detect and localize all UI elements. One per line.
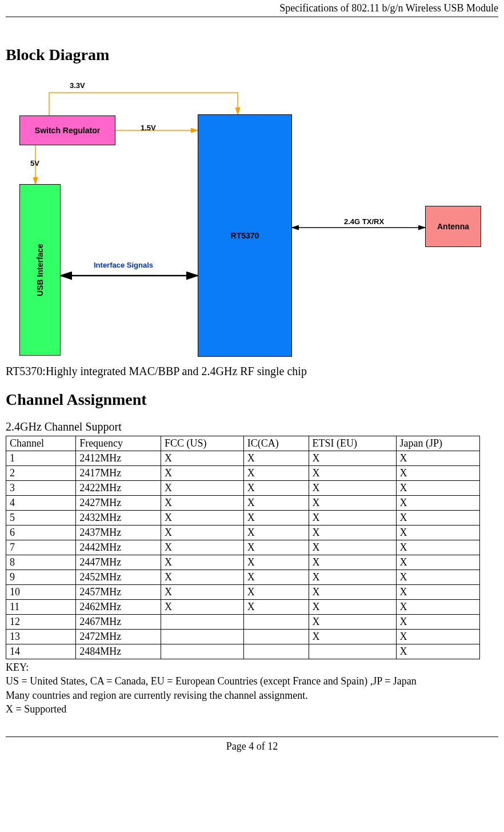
table-cell: 4 — [6, 496, 76, 511]
table-cell: 2432MHz — [76, 511, 161, 526]
col-fcc: FCC (US) — [161, 436, 244, 451]
table-cell: X — [309, 540, 396, 555]
table-cell: 8 — [6, 555, 76, 570]
col-channel: Channel — [6, 436, 76, 451]
table-cell: X — [396, 630, 479, 644]
table-cell: X — [243, 570, 309, 585]
table-cell: 2457MHz — [76, 585, 161, 600]
table-cell — [161, 615, 244, 630]
switch-regulator-box: Switch Regulator — [19, 116, 115, 145]
label-txrx: 2.4G TX/RX — [344, 217, 384, 226]
table-row: 32422MHzXXXX — [6, 481, 480, 496]
table-cell: X — [396, 555, 479, 570]
table-row: 52432MHzXXXX — [6, 511, 480, 526]
table-cell: X — [161, 526, 244, 540]
table-cell: 2472MHz — [76, 630, 161, 644]
table-cell: X — [396, 570, 479, 585]
table-cell — [243, 630, 309, 644]
table-cell: X — [161, 555, 244, 570]
table-cell — [309, 644, 396, 659]
table-cell: X — [396, 600, 479, 615]
table-cell: 2442MHz — [76, 540, 161, 555]
switch-regulator-label: Switch Regulator — [35, 126, 100, 135]
table-row: 82447MHzXXXX — [6, 555, 480, 570]
table-cell: 2 — [6, 466, 76, 481]
table-row: 102457MHzXXXX — [6, 585, 480, 600]
table-row: 62437MHzXXXX — [6, 526, 480, 540]
table-cell: X — [243, 600, 309, 615]
rt5370-box: RT5370 — [198, 114, 292, 357]
table-row: 122467MHzXX — [6, 615, 480, 630]
table-cell: X — [243, 451, 309, 466]
table-cell: X — [309, 496, 396, 511]
col-frequency: Frequency — [76, 436, 161, 451]
table-cell: X — [309, 570, 396, 585]
label-interface-signals: Interface Signals — [94, 261, 153, 269]
table-cell: X — [161, 496, 244, 511]
block-diagram: Switch Regulator USB Interface RT5370 An… — [9, 81, 483, 361]
table-cell: X — [243, 540, 309, 555]
table-cell: X — [396, 585, 479, 600]
table-cell — [161, 630, 244, 644]
table-cell: 2417MHz — [76, 466, 161, 481]
table-cell: 2412MHz — [76, 451, 161, 466]
table-cell: X — [309, 481, 396, 496]
table-cell: X — [396, 481, 479, 496]
table-cell: X — [309, 630, 396, 644]
table-cell: X — [396, 526, 479, 540]
table-cell: 2452MHz — [76, 570, 161, 585]
table-cell: X — [161, 481, 244, 496]
table-cell — [243, 615, 309, 630]
table-cell: 3 — [6, 481, 76, 496]
table-cell: 2447MHz — [76, 555, 161, 570]
channel-table: Channel Frequency FCC (US) IC(CA) ETSI (… — [6, 436, 480, 659]
table-cell: 9 — [6, 570, 76, 585]
table-cell: 2422MHz — [76, 481, 161, 496]
table-cell: X — [161, 466, 244, 481]
table-row: 142484MHzX — [6, 644, 480, 659]
table-header-row: Channel Frequency FCC (US) IC(CA) ETSI (… — [6, 436, 480, 451]
table-cell: 6 — [6, 526, 76, 540]
col-etsi: ETSI (EU) — [309, 436, 396, 451]
diagram-caption: RT5370:Highly integrated MAC/BBP and 2.4… — [6, 365, 498, 378]
table-cell: X — [309, 466, 396, 481]
section-block-diagram-title: Block Diagram — [6, 46, 498, 64]
table-cell: 5 — [6, 511, 76, 526]
table-row: 42427MHzXXXX — [6, 496, 480, 511]
rt5370-label: RT5370 — [231, 231, 259, 240]
table-cell: 2467MHz — [76, 615, 161, 630]
channel-support-subheading: 2.4GHz Channel Support — [6, 420, 498, 433]
table-cell: X — [161, 451, 244, 466]
table-row: 22417MHzXXXX — [6, 466, 480, 481]
table-cell — [161, 644, 244, 659]
table-cell: X — [161, 540, 244, 555]
label-1-5v: 1.5V — [141, 124, 156, 132]
table-cell: X — [396, 644, 479, 659]
table-cell: X — [161, 511, 244, 526]
table-cell: X — [243, 526, 309, 540]
table-cell: X — [161, 600, 244, 615]
table-cell: X — [243, 585, 309, 600]
table-row: 72442MHzXXXX — [6, 540, 480, 555]
table-cell: 7 — [6, 540, 76, 555]
table-cell: X — [396, 540, 479, 555]
table-row: 92452MHzXXXX — [6, 570, 480, 585]
table-cell: X — [243, 511, 309, 526]
table-cell: X — [309, 451, 396, 466]
antenna-box: Antenna — [425, 206, 481, 247]
table-cell: X — [396, 496, 479, 511]
key-heading: KEY: — [6, 660, 498, 674]
table-row: 112462MHzXXXX — [6, 600, 480, 615]
table-cell: X — [243, 481, 309, 496]
table-cell: 10 — [6, 585, 76, 600]
table-cell: X — [243, 496, 309, 511]
table-cell: 12 — [6, 615, 76, 630]
table-cell: X — [161, 570, 244, 585]
header-rule: Specifications of 802.11 b/g/n Wireless … — [6, 0, 498, 17]
antenna-label: Antenna — [437, 222, 469, 231]
table-cell: 1 — [6, 451, 76, 466]
label-5v: 5V — [30, 159, 39, 168]
table-row: 132472MHzXX — [6, 630, 480, 644]
table-cell: X — [309, 615, 396, 630]
table-cell: 14 — [6, 644, 76, 659]
